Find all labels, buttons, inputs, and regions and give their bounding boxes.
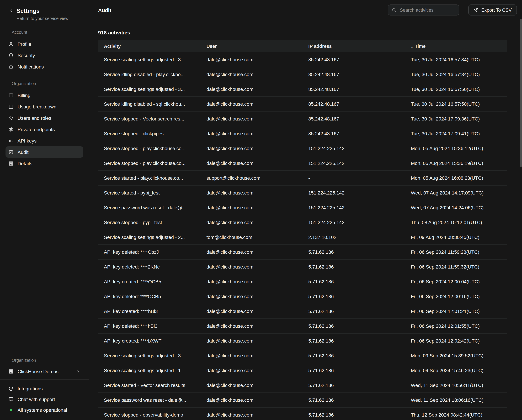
search-icon: [392, 8, 396, 12]
organization-selector[interactable]: ClickHouse Demos: [6, 366, 83, 377]
cell-time: Fri, 06 Sep 2024 12:02:42(UTC): [405, 334, 507, 348]
cell-ip: 151.224.225.142: [302, 215, 405, 230]
cell-user: dale@clickhouse.com: [201, 185, 302, 200]
export-icon: [473, 8, 478, 12]
table-row: Service started - pypi_testdale@clickhou…: [98, 185, 507, 200]
search-box: [388, 4, 459, 16]
table-row: API key created: ****hBl3dale@clickhouse…: [98, 304, 507, 319]
table-row: Service stopped - observability-demodale…: [98, 407, 507, 420]
column-header-user[interactable]: User: [201, 40, 302, 52]
cell-ip: 5.71.62.186: [302, 334, 405, 348]
cell-time: Mon, 05 Aug 2024 16:08:23(UTC): [405, 171, 507, 185]
cell-ip: 5.71.62.186: [302, 289, 405, 304]
sidebar-item-label: Usage breakdown: [17, 104, 56, 109]
sidebar-item-audit[interactable]: Audit: [6, 147, 83, 158]
table-row: Service scaling settings adjusted - 2...…: [98, 230, 507, 245]
status-dot-icon: [10, 408, 12, 411]
integrations-link[interactable]: Integrations: [6, 383, 83, 394]
cell-ip: 85.242.48.167: [302, 82, 405, 97]
cell-ip: 85.242.48.167: [302, 52, 405, 67]
cell-user: dale@clickhouse.com: [201, 141, 302, 156]
page-title: Audit: [98, 7, 111, 13]
cell-user: dale@clickhouse.com: [201, 393, 302, 407]
section-label-account: Account: [0, 30, 89, 35]
sidebar-item-label: Users and roles: [17, 115, 51, 121]
cell-user: dale@clickhouse.com: [201, 97, 302, 111]
cell-time: Tue, 30 Jul 2024 16:57:34(UTC): [405, 52, 507, 67]
cell-activity: API key deleted: ****2KNc: [98, 259, 201, 274]
column-header-ip[interactable]: IP address: [302, 40, 405, 52]
cell-activity: Service scaling settings adjusted - 3...: [98, 348, 201, 363]
cell-time: Wed, 11 Sep 2024 10:56:11(UTC): [405, 378, 507, 393]
sidebar-item-security[interactable]: Security: [6, 50, 83, 61]
sidebar-item-label: API keys: [17, 138, 37, 144]
cell-activity: Service scaling settings adjusted - 3...: [98, 82, 201, 97]
cell-time: Wed, 11 Sep 2024 18:06:16(UTC): [405, 393, 507, 407]
sidebar-footer: Integrations Chat with support All syste…: [0, 379, 89, 420]
table-row: Service stopped - Vector search res...da…: [98, 111, 507, 126]
cell-ip: 151.224.225.142: [302, 141, 405, 156]
cell-ip: 5.71.62.186: [302, 304, 405, 319]
table-row: Service scaling settings adjusted - 3...…: [98, 82, 507, 97]
cell-time: Wed, 07 Aug 2024 14:24:06(UTC): [405, 200, 507, 215]
app-window: Settings Return to your service view Acc…: [0, 0, 522, 420]
cell-ip: 5.71.62.186: [302, 378, 405, 393]
column-header-label: Time: [415, 44, 426, 49]
cell-ip: 5.71.62.186: [302, 348, 405, 363]
cell-user: dale@clickhouse.com: [201, 274, 302, 289]
cell-user: dale@clickhouse.com: [201, 319, 302, 334]
cell-user: support@clickhouse.com: [201, 171, 302, 185]
cell-ip: 5.71.62.186: [302, 259, 405, 274]
table-header-row: Activity User IP address ↓Time: [98, 40, 507, 52]
sort-desc-icon: ↓: [411, 44, 413, 49]
cell-time: Tue, 30 Jul 2024 17:09:36(UTC): [405, 111, 507, 126]
footer-item-label: Chat with support: [17, 397, 55, 402]
column-header-activity[interactable]: Activity: [98, 40, 201, 52]
section-label-organization: Organization: [0, 81, 89, 86]
cell-activity: Service idling disabled - play.clickho..…: [98, 67, 201, 82]
cell-activity: Service started - pypi_test: [98, 185, 201, 200]
chevron-right-icon: [76, 369, 81, 374]
cell-user: dale@clickhouse.com: [201, 378, 302, 393]
users-icon: [8, 115, 14, 121]
cell-time: Tue, 30 Jul 2024 16:57:50(UTC): [405, 82, 507, 97]
sidebar-item-label: Profile: [17, 41, 31, 47]
scrollbar-thumb[interactable]: [520, 19, 522, 167]
sidebar-item-notifications[interactable]: Notifications: [6, 61, 83, 72]
sidebar-item-usage-breakdown[interactable]: Usage breakdown: [6, 101, 83, 112]
table-row: Service stopped - clickpipesdale@clickho…: [98, 126, 507, 141]
cell-time: Wed, 07 Aug 2024 14:17:09(UTC): [405, 185, 507, 200]
cell-ip: 5.71.62.186: [302, 274, 405, 289]
building-icon: [8, 369, 14, 374]
search-input[interactable]: [388, 4, 459, 16]
cell-ip: 85.242.48.167: [302, 126, 405, 141]
sidebar-item-billing[interactable]: Billing: [6, 90, 83, 101]
sidebar-item-users-and-roles[interactable]: Users and roles: [6, 112, 83, 124]
table-row: Service scaling settings adjusted - 3...…: [98, 52, 507, 67]
cell-activity: Service stopped - observability-demo: [98, 407, 201, 420]
cell-ip: 85.242.48.167: [302, 97, 405, 111]
sidebar-item-api-keys[interactable]: API keys: [6, 135, 83, 147]
cell-time: Fri, 09 Aug 2024 08:30:45(UTC): [405, 230, 507, 245]
table-row: Service started - Vector search resultsd…: [98, 378, 507, 393]
table-row: Service idling disabled - sql.clickhou..…: [98, 97, 507, 111]
cell-time: Fri, 06 Sep 2024 12:00:04(UTC): [405, 274, 507, 289]
chat-support-link[interactable]: Chat with support: [6, 394, 83, 404]
system-status[interactable]: All systems operational: [6, 404, 83, 415]
export-csv-button[interactable]: Export To CSV: [468, 4, 517, 16]
back-button[interactable]: [9, 8, 14, 21]
sidebar-item-details[interactable]: Details: [6, 158, 83, 169]
cell-time: Mon, 09 Sep 2024 15:46:23(UTC): [405, 363, 507, 378]
cell-time: Fri, 06 Sep 2024 12:01:21(UTC): [405, 304, 507, 319]
cell-ip: 151.224.225.142: [302, 200, 405, 215]
cell-user: dale@clickhouse.com: [201, 407, 302, 420]
sidebar-item-label: Billing: [17, 93, 31, 98]
cell-user: dale@clickhouse.com: [201, 111, 302, 126]
cell-activity: API key created: ****hBl3: [98, 304, 201, 319]
sidebar-item-profile[interactable]: Profile: [6, 38, 83, 50]
key-icon: [8, 138, 14, 144]
table-row: Service password was reset - dale@...dal…: [98, 200, 507, 215]
settings-subtitle: Return to your service view: [16, 16, 69, 21]
sidebar-item-private-endpoints[interactable]: Private endpoints: [6, 124, 83, 135]
column-header-time[interactable]: ↓Time: [405, 40, 507, 52]
